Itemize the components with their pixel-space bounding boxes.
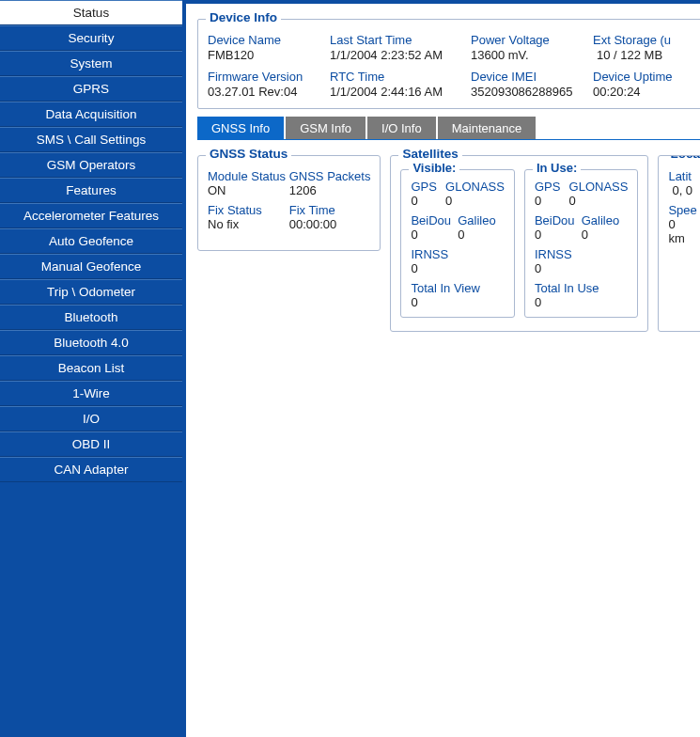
sidebar-item-security[interactable]: Security xyxy=(0,25,182,51)
visible-title: Visible: xyxy=(409,161,459,175)
inuse-glonass-label: GLONASS xyxy=(569,180,629,194)
tab-i-o-info[interactable]: I/O Info xyxy=(367,117,436,139)
sidebar-item-1-wire[interactable]: 1-Wire xyxy=(0,381,182,406)
inuse-glonass-value: 0 xyxy=(569,194,629,208)
location-title: Locat xyxy=(666,155,700,161)
sidebar: StatusSecuritySystemGPRSData Acquisition… xyxy=(0,0,182,737)
satellites-inuse-box: In Use: GPS 0 GLONASS 0 BeiDou xyxy=(524,169,639,318)
fix-time-label: Fix Time xyxy=(289,203,371,217)
device-uptime-value: 00:20:24 xyxy=(593,85,687,99)
device-name-value: FMB120 xyxy=(208,48,320,62)
vis-irnss-value: 0 xyxy=(411,261,505,275)
sidebar-item-beacon-list[interactable]: Beacon List xyxy=(0,355,182,381)
info-tabs: GNSS InfoGSM InfoI/O InfoMaintenance xyxy=(197,117,700,139)
sidebar-item-manual-geofence[interactable]: Manual Geofence xyxy=(0,254,182,279)
module-status-value: ON xyxy=(208,183,289,197)
ext-storage-label: Ext Storage (u xyxy=(593,33,687,47)
sidebar-item-accelerometer-features[interactable]: Accelerometer Features xyxy=(0,203,182,228)
inuse-irnss-value: 0 xyxy=(535,261,629,275)
sidebar-item-i-o[interactable]: I/O xyxy=(0,406,182,431)
satellites-visible-box: Visible: GPS 0 GLONASS 0 BeiDou xyxy=(400,169,515,318)
gnss-status-title: GNSS Status xyxy=(206,147,291,161)
vis-irnss-label: IRNSS xyxy=(411,247,505,261)
device-imei-label: Device IMEI xyxy=(471,70,583,84)
fix-status-label: Fix Status xyxy=(208,203,289,217)
device-name-label: Device Name xyxy=(208,33,320,47)
speed-value: 0 km xyxy=(668,217,694,245)
satellites-panel: Satellites Visible: GPS 0 GLONASS 0 xyxy=(390,155,648,332)
satellites-title: Satellites xyxy=(398,147,461,161)
tab-gsm-info[interactable]: GSM Info xyxy=(286,117,366,139)
inuse-total-label: Total In Use xyxy=(535,281,599,295)
inuse-gps-label: GPS xyxy=(535,180,569,194)
vis-galileo-value: 0 xyxy=(458,227,505,242)
tab-gnss-info[interactable]: GNSS Info xyxy=(197,117,284,139)
sidebar-item-obd-ii[interactable]: OBD II xyxy=(0,431,182,457)
inuse-beidou-value: 0 xyxy=(535,227,582,242)
tab-maintenance[interactable]: Maintenance xyxy=(438,117,536,139)
device-uptime-label: Device Uptime xyxy=(593,70,687,84)
module-status-label: Module Status xyxy=(208,169,289,183)
last-start-time-label: Last Start Time xyxy=(330,33,461,47)
vis-beidou-label: BeiDou xyxy=(411,213,458,227)
fix-time-value: 00:00:00 xyxy=(289,217,371,231)
firmware-version-value: 03.27.01 Rev:04 xyxy=(208,85,320,99)
device-imei-value: 352093086288965 xyxy=(471,85,583,99)
sidebar-item-trip-odometer[interactable]: Trip \ Odometer xyxy=(0,279,182,305)
sidebar-item-bluetooth[interactable]: Bluetooth xyxy=(0,305,182,330)
firmware-version-label: Firmware Version xyxy=(208,70,320,84)
inuse-title: In Use: xyxy=(533,161,581,175)
sidebar-item-features[interactable]: Features xyxy=(0,178,182,203)
sidebar-item-gprs[interactable]: GPRS xyxy=(0,76,182,102)
inuse-galileo-value: 0 xyxy=(582,227,629,242)
gnss-packets-label: GNSS Packets xyxy=(289,169,371,183)
last-start-time-value: 1/1/2004 2:23:52 AM xyxy=(330,48,461,62)
vis-galileo-label: Galileo xyxy=(458,213,505,227)
speed-label: Spee xyxy=(668,203,694,217)
vis-glonass-label: GLONASS xyxy=(445,180,505,194)
inuse-irnss-label: IRNSS xyxy=(535,247,629,261)
power-voltage-label: Power Voltage xyxy=(471,33,583,47)
sidebar-item-data-acquisition[interactable]: Data Acquisition xyxy=(0,102,182,127)
main-content: Device Info Device Name FMB120 Last Star… xyxy=(182,0,700,737)
inuse-gps-value: 0 xyxy=(535,194,569,208)
sidebar-item-can-adapter[interactable]: CAN Adapter xyxy=(0,457,182,482)
gnss-tab-content: GNSS Status Module Status ON GNSS Packet… xyxy=(197,139,700,332)
inuse-galileo-label: Galileo xyxy=(582,213,629,227)
power-voltage-value: 13600 mV. xyxy=(471,48,583,62)
location-panel: Locat Latit 0, 0 Spee 0 km xyxy=(658,155,700,332)
vis-gps-value: 0 xyxy=(411,194,445,208)
ext-storage-value: 10 / 122 MB xyxy=(593,48,687,62)
gnss-packets-value: 1206 xyxy=(289,183,371,197)
rtc-time-label: RTC Time xyxy=(330,70,461,84)
sidebar-item-sms-call-settings[interactable]: SMS \ Call Settings xyxy=(0,127,182,152)
sidebar-item-bluetooth-4-0[interactable]: Bluetooth 4.0 xyxy=(0,330,182,355)
vis-glonass-value: 0 xyxy=(445,194,505,208)
vis-total-value: 0 xyxy=(411,295,479,309)
inuse-total-value: 0 xyxy=(535,295,599,309)
device-info-group: Device Info Device Name FMB120 Last Star… xyxy=(197,19,700,109)
inuse-beidou-label: BeiDou xyxy=(535,213,582,227)
sidebar-item-auto-geofence[interactable]: Auto Geofence xyxy=(0,228,182,254)
rtc-time-value: 1/1/2004 2:44:16 AM xyxy=(330,85,461,99)
latitude-value: 0, 0 xyxy=(668,183,694,197)
gnss-status-panel: GNSS Status Module Status ON GNSS Packet… xyxy=(197,155,381,251)
vis-beidou-value: 0 xyxy=(411,227,458,242)
device-info-title: Device Info xyxy=(206,10,281,24)
sidebar-item-status[interactable]: Status xyxy=(0,0,182,25)
sidebar-item-gsm-operators[interactable]: GSM Operators xyxy=(0,152,182,178)
vis-gps-label: GPS xyxy=(411,180,445,194)
vis-total-label: Total In View xyxy=(411,281,479,295)
fix-status-value: No fix xyxy=(208,217,289,231)
sidebar-item-system[interactable]: System xyxy=(0,51,182,76)
latitude-label: Latit xyxy=(668,169,694,183)
